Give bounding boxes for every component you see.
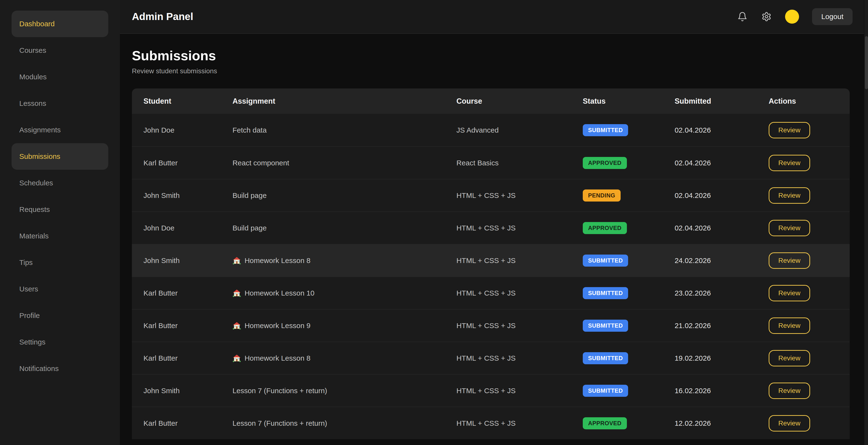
course-cell: HTML + CSS + JS: [445, 256, 571, 265]
review-button[interactable]: Review: [769, 187, 810, 204]
table-row: John Doe Build page HTML + CSS + JS APPR…: [132, 212, 850, 244]
sidebar-item-assignments[interactable]: Assignments: [11, 117, 108, 143]
status-badge: SUBMITTED: [583, 385, 628, 397]
bell-icon[interactable]: [737, 11, 748, 22]
assignment-cell: Homework Lesson 9: [221, 321, 445, 330]
column-header-assignment: Assignment: [221, 97, 445, 105]
user-avatar[interactable]: [785, 10, 799, 24]
assignment-cell: Lesson 7 (Functions + return): [221, 387, 445, 395]
assignment-label: Build page: [232, 224, 267, 232]
actions-cell: Review: [757, 317, 850, 334]
sidebar-item-notifications[interactable]: Notifications: [11, 355, 108, 382]
sidebar-item-label: Submissions: [19, 152, 60, 161]
sidebar-item-lessons[interactable]: Lessons: [11, 90, 108, 117]
table-row: Karl Butter Homework Lesson 10 HTML + CS…: [132, 277, 850, 309]
review-button[interactable]: Review: [769, 350, 810, 367]
sidebar-item-label: Dashboard: [19, 20, 55, 28]
review-button[interactable]: Review: [769, 155, 810, 171]
sidebar-item-modules[interactable]: Modules: [11, 64, 108, 90]
scrollbar[interactable]: [864, 0, 868, 445]
assignment-label: Lesson 7 (Functions + return): [232, 387, 327, 395]
table-row: John Doe Fetch data JS Advanced SUBMITTE…: [132, 114, 850, 146]
status-badge: SUBMITTED: [583, 124, 628, 136]
assignment-cell: Lesson 7 (Functions + return): [221, 419, 445, 427]
sidebar-item-tips[interactable]: Tips: [11, 249, 108, 276]
sidebar-item-profile[interactable]: Profile: [11, 302, 108, 329]
column-header-actions: Actions: [757, 97, 850, 105]
table-body: John Doe Fetch data JS Advanced SUBMITTE…: [132, 114, 850, 439]
table-row: Karl Butter Homework Lesson 9 HTML + CSS…: [132, 309, 850, 342]
course-cell: HTML + CSS + JS: [445, 289, 571, 297]
sidebar-item-schedules[interactable]: Schedules: [11, 170, 108, 196]
assignment-cell: Fetch data: [221, 126, 445, 134]
review-button[interactable]: Review: [769, 220, 810, 236]
actions-cell: Review: [757, 122, 850, 138]
sidebar-item-requests[interactable]: Requests: [11, 196, 108, 223]
logout-button[interactable]: Logout: [812, 8, 852, 25]
house-icon: [232, 289, 241, 297]
student-cell: Karl Butter: [132, 419, 221, 427]
course-cell: HTML + CSS + JS: [445, 387, 571, 395]
submitted-cell: 24.02.2026: [663, 256, 757, 265]
actions-cell: Review: [757, 383, 850, 399]
sidebar-item-users[interactable]: Users: [11, 276, 108, 302]
student-cell: John Doe: [132, 126, 221, 134]
assignment-cell: Homework Lesson 8: [221, 256, 445, 265]
sidebar-item-materials[interactable]: Materials: [11, 223, 108, 249]
status-cell: PENDING: [571, 189, 663, 201]
table-row: John Smith Lesson 7 (Functions + return)…: [132, 374, 850, 407]
status-cell: SUBMITTED: [571, 287, 663, 299]
student-cell: Karl Butter: [132, 322, 221, 330]
assignment-label: Homework Lesson 10: [245, 289, 314, 297]
actions-cell: Review: [757, 350, 850, 367]
sidebar-item-courses[interactable]: Courses: [11, 37, 108, 64]
status-cell: SUBMITTED: [571, 385, 663, 397]
sidebar-item-label: Tips: [19, 258, 33, 266]
review-button[interactable]: Review: [769, 285, 810, 301]
page-title: Submissions: [132, 48, 850, 63]
scrollbar-thumb[interactable]: [865, 36, 868, 89]
column-header-student: Student: [132, 97, 221, 105]
header-actions: Logout: [737, 8, 852, 25]
review-button[interactable]: Review: [769, 383, 810, 399]
sidebar-item-label: Schedules: [19, 179, 53, 187]
table-row: John Smith Build page HTML + CSS + JS PE…: [132, 179, 850, 212]
sidebar-nav: Dashboard Courses Modules Lessons Assign…: [0, 10, 120, 382]
review-button[interactable]: Review: [769, 317, 810, 334]
student-cell: John Doe: [132, 224, 221, 232]
submitted-cell: 12.02.2026: [663, 419, 757, 427]
page-subtitle: Review student submissions: [132, 67, 850, 75]
status-badge: SUBMITTED: [583, 255, 628, 266]
student-cell: Karl Butter: [132, 159, 221, 167]
sidebar-item-label: Modules: [19, 73, 46, 81]
table-row: John Smith Homework Lesson 8 HTML + CSS …: [132, 244, 850, 277]
review-button[interactable]: Review: [769, 252, 810, 269]
sidebar-item-submissions[interactable]: Submissions: [11, 143, 108, 170]
status-badge: APPROVED: [583, 157, 627, 169]
review-button[interactable]: Review: [769, 122, 810, 138]
gear-icon[interactable]: [761, 11, 772, 22]
status-badge: SUBMITTED: [583, 352, 628, 364]
assignment-label: Build page: [232, 191, 267, 200]
submitted-cell: 02.04.2026: [663, 126, 757, 134]
course-cell: React Basics: [445, 159, 571, 167]
submitted-cell: 16.02.2026: [663, 387, 757, 395]
status-badge: APPROVED: [583, 222, 627, 234]
sidebar-item-label: Requests: [19, 205, 50, 214]
review-button[interactable]: Review: [769, 415, 810, 432]
sidebar-item-label: Lessons: [19, 99, 46, 107]
course-cell: HTML + CSS + JS: [445, 224, 571, 232]
status-badge: APPROVED: [583, 417, 627, 429]
table-row: Karl Butter React component React Basics…: [132, 146, 850, 179]
sidebar-item-label: Profile: [19, 312, 40, 320]
sidebar-item-settings[interactable]: Settings: [11, 329, 108, 355]
sidebar-item-label: Materials: [19, 232, 49, 240]
course-cell: HTML + CSS + JS: [445, 191, 571, 200]
assignment-label: Homework Lesson 8: [245, 354, 310, 362]
actions-cell: Review: [757, 155, 850, 171]
sidebar: Dashboard Courses Modules Lessons Assign…: [0, 0, 120, 445]
column-header-submitted: Submitted: [663, 97, 757, 105]
submitted-cell: 02.04.2026: [663, 159, 757, 167]
sidebar-item-dashboard[interactable]: Dashboard: [11, 10, 108, 37]
status-cell: APPROVED: [571, 157, 663, 169]
